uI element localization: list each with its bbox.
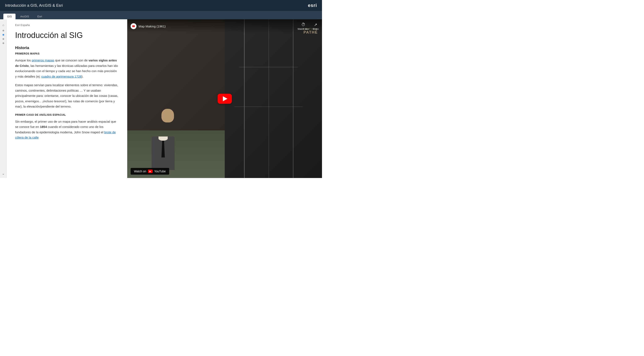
clock-icon: ⏱	[301, 22, 306, 27]
share-button[interactable]: ↗ Share	[312, 22, 319, 30]
video-title-row: Map Making (1961)	[130, 23, 166, 29]
play-triangle-icon	[223, 96, 228, 101]
scene-left	[127, 19, 225, 178]
home-icon[interactable]: ⌂	[1, 23, 6, 27]
watch-on-text: Watch on	[134, 170, 146, 173]
youtube-text: YouTube	[154, 170, 166, 173]
bar-3	[293, 19, 294, 178]
link-primeros-mapas[interactable]: primeros mapas	[32, 58, 54, 62]
share-icon: ↗	[314, 22, 317, 27]
left-nav: ⌂ ⌄	[0, 19, 7, 178]
video-header: Map Making (1961) ⏱ Watch later ↗ Share	[127, 19, 322, 33]
person-head	[162, 109, 174, 122]
hbar-1	[239, 67, 298, 67]
nav-dot-1[interactable]	[2, 30, 4, 32]
nav-dot-4[interactable]	[2, 42, 4, 44]
paragraph-1: Aunque los primeros mapas que se conocen…	[15, 58, 119, 79]
main-layout: ⌂ ⌄ Esri España Introducción al SIG Hist…	[0, 19, 322, 178]
section-historia-title: Historia	[15, 46, 119, 50]
video-title: Map Making (1961)	[138, 24, 166, 28]
subsection-primeros-mapas: PRIMEROS MAPAS	[15, 52, 119, 55]
app-title: Introducción a GIS, ArcGIS & Esri	[5, 3, 63, 8]
tab-gis[interactable]: GIS	[3, 14, 16, 19]
tab-arcgis[interactable]: ArcGIS	[16, 14, 33, 19]
nav-dot-2[interactable]	[2, 34, 4, 36]
nav-dot-3[interactable]	[2, 38, 4, 40]
text-aunque: Aunque los	[15, 58, 32, 62]
video-container[interactable]: BRITISH PATHÉ Map Making (1961) ⏱	[127, 19, 322, 178]
share-label: Share	[312, 28, 319, 30]
page-title: Introducción al SIG	[15, 31, 119, 40]
nav-down-arrow[interactable]: ⌄	[2, 172, 4, 176]
tabbar: GIS ArcGIS Esri	[0, 11, 322, 19]
watch-later-label: Watch later	[298, 28, 309, 30]
subsection-primer-caso: PRIMER CASO DE ANÁLISIS ESPACIAL	[15, 114, 119, 116]
content-panel: Esri España Introducción al SIG Historia…	[7, 19, 127, 178]
text-sin-embargo: Sin embargo, el primer uso de un mapa pa…	[15, 120, 116, 134]
hbar-2	[234, 106, 302, 107]
text-close-paren: ).	[82, 75, 84, 78]
video-controls-right: ⏱ Watch later ↗ Share	[298, 22, 319, 30]
breadcrumb: Esri España	[15, 24, 119, 27]
machinery-right	[225, 19, 322, 178]
esri-logo: esri	[308, 3, 317, 8]
person-tie	[162, 138, 165, 158]
topbar: Introducción a GIS, ArcGIS & Esri esri	[0, 0, 322, 11]
play-button[interactable]	[218, 94, 232, 104]
bar-1	[244, 19, 245, 178]
tab-esri[interactable]: Esri	[34, 14, 46, 19]
watch-on-youtube-button[interactable]: Watch on ▶ YouTube	[130, 168, 169, 175]
paragraph-2: Estos mapas servían para localizar eleme…	[15, 82, 119, 109]
link-cuadro-agrimensura[interactable]: cuadro de agrimensura 1728	[41, 75, 82, 78]
paragraph-3: Sin embargo, el primer uso de un mapa pa…	[15, 119, 119, 140]
youtube-channel-icon	[130, 23, 136, 29]
bar-2	[268, 19, 269, 178]
youtube-icon: ▶	[148, 170, 152, 173]
video-panel: BRITISH PATHÉ Map Making (1961) ⏱	[127, 19, 322, 178]
watch-later-button[interactable]: ⏱ Watch later	[298, 22, 309, 30]
person-body	[152, 136, 175, 170]
person-collar	[158, 136, 168, 141]
